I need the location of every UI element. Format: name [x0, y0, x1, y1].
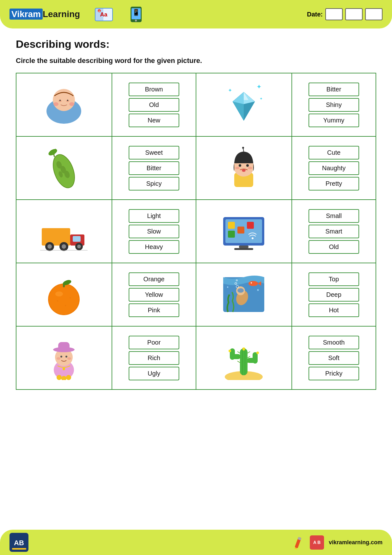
gourd-illustration: [39, 146, 89, 190]
svg-point-72: [251, 282, 252, 284]
footer-right: A B vikramlearning.com: [291, 535, 383, 550]
svg-rect-84: [58, 342, 70, 350]
svg-point-87: [57, 357, 60, 360]
cell-words-row5-left: Poor Rich Ugly: [112, 326, 196, 390]
cell-words-row1-left: Brown Old New: [112, 73, 196, 136]
cell-words-row5-right: Smooth Soft Pricky: [292, 326, 376, 390]
pencil-icon: [291, 535, 305, 550]
svg-rect-59: [239, 246, 248, 248]
svg-point-41: [248, 167, 252, 169]
word-orange: Orange: [129, 272, 179, 286]
svg-point-37: [239, 164, 241, 167]
diver-illustration: ✦ ✦: [218, 272, 269, 317]
footer-url: vikramlearning.com: [329, 539, 383, 546]
cell-words-row4-right: Top Deep Hot: [292, 263, 376, 326]
footer-ab-badge: A B: [310, 535, 324, 550]
svg-point-66: [57, 300, 58, 302]
cell-image-cactus: [196, 326, 292, 390]
svg-point-88: [67, 357, 71, 360]
date-box-3[interactable]: [365, 8, 383, 20]
table-row: Poor Rich Ugly: [16, 326, 376, 390]
svg-text:AB: AB: [14, 539, 24, 547]
book-icon: Aa A: [93, 5, 115, 24]
word-brown: Brown: [129, 83, 179, 96]
date-box-1[interactable]: [325, 8, 343, 20]
svg-text:✦: ✦: [226, 285, 229, 289]
svg-point-46: [47, 244, 52, 249]
svg-point-68: [65, 305, 66, 306]
word-new: New: [129, 114, 179, 127]
svg-text:📱: 📱: [132, 9, 140, 16]
word-soft: Soft: [309, 351, 359, 365]
svg-point-75: [237, 288, 244, 293]
logo-learn: Learning: [43, 9, 80, 19]
header: VikramLearning Aa A 📱 Date:: [0, 0, 392, 28]
cell-image-girl: [196, 136, 292, 200]
svg-rect-112: [12, 548, 26, 550]
date-box-2[interactable]: [345, 8, 363, 20]
footer-book-svg: AB: [10, 534, 28, 551]
svg-point-40: [235, 167, 240, 169]
book-svg: Aa A: [94, 6, 114, 23]
diamond-image-container: ✦ ✦ ✦: [203, 83, 285, 127]
word-old2: Old: [309, 240, 359, 254]
word-ugly: Ugly: [129, 367, 179, 380]
svg-text:Aa: Aa: [100, 11, 107, 18]
word-smooth: Smooth: [309, 336, 359, 349]
word-shiny: Shiny: [309, 98, 359, 112]
grid-table: Brown Old New ✦ ✦ ✦: [16, 73, 376, 390]
word-yummy: Yummy: [309, 114, 359, 127]
word-light: Light: [129, 209, 179, 223]
svg-point-107: [256, 352, 259, 354]
svg-rect-60: [234, 248, 253, 250]
svg-point-14: [67, 100, 68, 101]
cell-words-row2-left: Sweet Bitter Spicy: [112, 136, 196, 200]
word-spicy: Spicy: [129, 177, 179, 190]
orange-illustration: [39, 272, 89, 317]
cell-image-tv: [196, 200, 292, 263]
svg-text:✦: ✦: [256, 83, 262, 90]
svg-marker-23: [244, 102, 255, 121]
tv-image-container: [203, 209, 285, 253]
svg-line-99: [237, 352, 240, 353]
svg-point-86: [65, 356, 67, 358]
word-yellow: Yellow: [129, 288, 179, 302]
orange-image-container: [23, 272, 105, 317]
svg-text:✦: ✦: [228, 88, 232, 93]
table-row: Orange Yellow Pink: [16, 263, 376, 326]
svg-point-92: [66, 375, 71, 380]
truck-image-container: [23, 209, 105, 253]
svg-point-70: [248, 281, 258, 286]
date-label: Date:: [307, 11, 323, 18]
svg-line-102: [248, 356, 250, 358]
tv-illustration: [218, 209, 269, 253]
word-poor: Poor: [129, 336, 179, 349]
svg-text:✦: ✦: [256, 288, 260, 292]
cell-words-row1-right: Bitter Shiny Yummy: [292, 73, 376, 136]
cell-image-diver: ✦ ✦: [196, 263, 292, 326]
svg-rect-57: [247, 222, 254, 229]
svg-point-16: [69, 102, 74, 106]
word-old: Old: [129, 98, 179, 112]
svg-text:A: A: [98, 10, 100, 13]
baby-illustration: [39, 83, 89, 127]
svg-point-89: [63, 368, 65, 370]
word-rich: Rich: [129, 351, 179, 365]
word-heavy: Heavy: [129, 240, 179, 254]
footer-logo: AB: [9, 533, 28, 552]
logo-vikram: VikramLearning: [9, 9, 80, 19]
cell-words-row3-right: Small Smart Old: [292, 200, 376, 263]
svg-line-35: [243, 148, 244, 152]
word-pink: Pink: [129, 303, 179, 317]
svg-point-106: [229, 350, 231, 352]
svg-rect-54: [228, 222, 235, 229]
svg-point-7: [135, 20, 137, 22]
baby-image-container: [23, 83, 105, 127]
logo-vik: Vikram: [9, 9, 43, 20]
phone-icon: 📱: [127, 6, 145, 23]
svg-rect-98: [253, 352, 258, 364]
svg-marker-24: [233, 102, 244, 121]
word-naughty: Naughty: [309, 161, 359, 175]
cell-image-gourd: [16, 136, 112, 200]
word-bitter2: Bitter: [129, 161, 179, 175]
